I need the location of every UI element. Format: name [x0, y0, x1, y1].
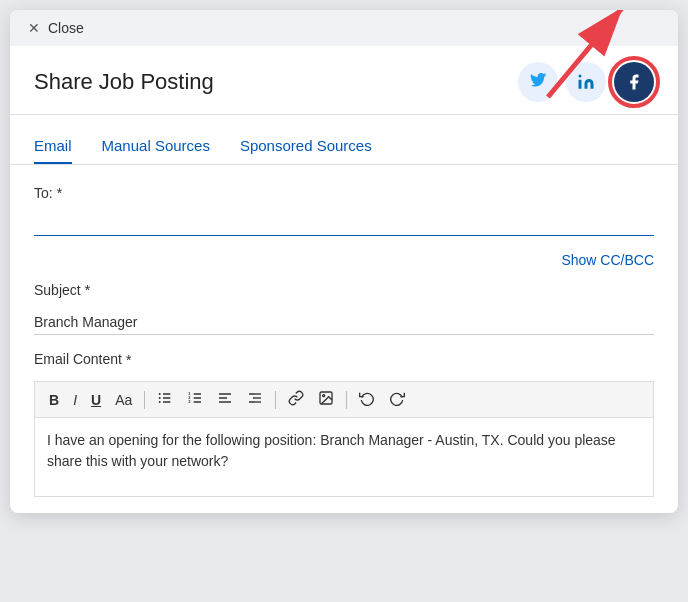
modal-title: Share Job Posting — [34, 69, 214, 95]
linkedin-icon — [577, 73, 595, 91]
email-content-group: Email Content * B I U Aa — [34, 351, 654, 497]
bullet-list-icon — [157, 390, 173, 406]
facebook-button[interactable] — [614, 62, 654, 102]
tab-email[interactable]: Email — [34, 129, 72, 164]
undo-button[interactable] — [355, 388, 379, 411]
svg-point-6 — [159, 393, 161, 395]
font-button[interactable]: Aa — [111, 390, 136, 410]
subject-input[interactable] — [34, 310, 654, 335]
svg-point-8 — [159, 401, 161, 403]
link-button[interactable] — [284, 388, 308, 411]
tab-manual-sources[interactable]: Manual Sources — [102, 129, 210, 164]
subject-field-group: Subject * — [34, 282, 654, 335]
to-label: To: — [34, 185, 53, 201]
twitter-icon — [529, 73, 547, 91]
email-body-text: I have an opening for the following posi… — [47, 430, 641, 472]
close-bar: ✕ Close — [10, 10, 678, 46]
tabs-section: Email Manual Sources Sponsored Sources — [10, 115, 678, 165]
show-cc-bcc-link[interactable]: Show CC/BCC — [34, 252, 654, 268]
numbered-list-button[interactable]: 1 2 3 — [183, 388, 207, 411]
twitter-button[interactable] — [518, 62, 558, 102]
social-icons — [518, 62, 654, 102]
email-content-required: * — [126, 352, 131, 368]
close-x-icon[interactable]: ✕ — [28, 20, 40, 36]
toolbar-sep-3 — [346, 391, 347, 409]
tab-sponsored-sources[interactable]: Sponsored Sources — [240, 129, 372, 164]
svg-text:3: 3 — [189, 399, 192, 404]
italic-button[interactable]: I — [69, 390, 81, 410]
email-content-editor[interactable]: I have an opening for the following posi… — [34, 417, 654, 497]
svg-point-0 — [579, 75, 582, 78]
to-field-group: To: * — [34, 185, 654, 236]
image-button[interactable] — [314, 388, 338, 411]
image-icon — [318, 390, 334, 406]
undo-icon — [359, 390, 375, 406]
align-right-icon — [247, 390, 263, 406]
svg-point-22 — [323, 395, 325, 397]
bold-button[interactable]: B — [45, 390, 63, 410]
to-input[interactable] — [34, 211, 654, 236]
svg-point-7 — [159, 397, 161, 399]
underline-button[interactable]: U — [87, 390, 105, 410]
redo-button[interactable] — [385, 388, 409, 411]
facebook-icon — [625, 73, 643, 91]
align-left-button[interactable] — [213, 388, 237, 411]
close-label[interactable]: Close — [48, 20, 84, 36]
align-left-icon — [217, 390, 233, 406]
subject-label: Subject — [34, 282, 81, 298]
redo-icon — [389, 390, 405, 406]
align-right-button[interactable] — [243, 388, 267, 411]
linkedin-button[interactable] — [566, 62, 606, 102]
form-section: To: * Show CC/BCC Subject * Email Conten… — [10, 165, 678, 497]
link-icon — [288, 390, 304, 406]
to-required: * — [57, 185, 62, 201]
email-content-label: Email Content — [34, 351, 122, 367]
numbered-list-icon: 1 2 3 — [187, 390, 203, 406]
editor-toolbar: B I U Aa 1 2 3 — [34, 381, 654, 417]
toolbar-sep-2 — [275, 391, 276, 409]
toolbar-sep-1 — [144, 391, 145, 409]
bullet-list-button[interactable] — [153, 388, 177, 411]
subject-required: * — [85, 282, 90, 298]
share-job-modal: ✕ Close Share Job Posting — [10, 10, 678, 513]
modal-header: Share Job Posting — [10, 46, 678, 102]
